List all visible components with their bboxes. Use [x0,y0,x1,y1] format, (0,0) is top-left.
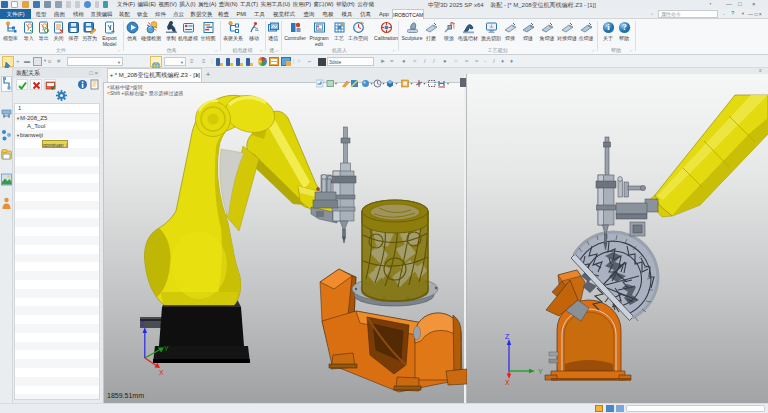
svg-text:Y: Y [164,345,169,352]
svg-text:Y: Y [538,368,543,375]
svg-text:Z: Z [140,320,145,327]
svg-text:X: X [505,379,510,386]
svg-text:X: X [159,369,164,376]
svg-text:?: ? [622,22,626,32]
svg-text:Z: Z [505,333,510,340]
